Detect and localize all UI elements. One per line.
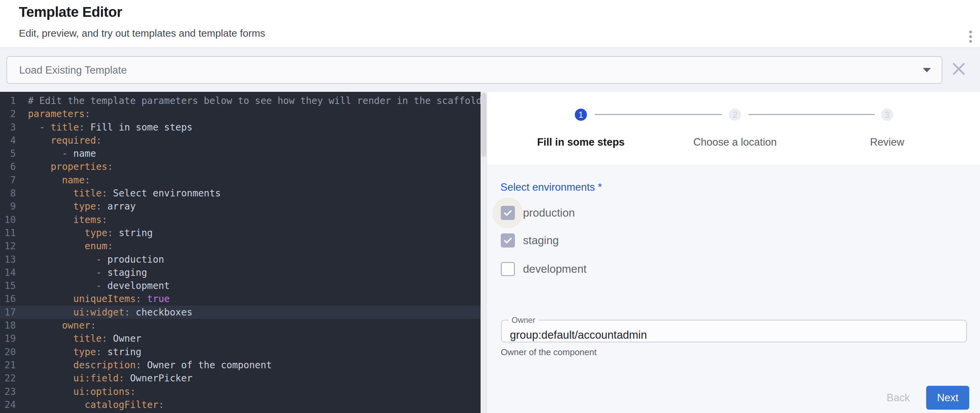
code-line[interactable]: 3 - title: Fill in some steps: [0, 121, 480, 134]
step-3-indicator[interactable]: 3: [881, 109, 893, 121]
template-selector-bar: Load Existing Template: [0, 48, 980, 92]
code-line[interactable]: 24 catalogFilter:: [0, 398, 480, 411]
code-text: properties:: [28, 161, 113, 172]
code-text: owner:: [28, 320, 96, 331]
page-header: Template Editor Edit, preview, and try o…: [0, 0, 980, 48]
line-number: 14: [0, 266, 16, 279]
code-line[interactable]: 23 ui:options:: [0, 385, 480, 398]
checkbox-label-staging[interactable]: staging: [523, 234, 558, 247]
line-number: 15: [0, 279, 16, 292]
line-number: 4: [0, 134, 16, 147]
checkbox-staging[interactable]: [501, 234, 515, 248]
code-line[interactable]: 10 items:: [0, 213, 480, 226]
code-line[interactable]: 21 description: Owner of the component: [0, 359, 480, 372]
line-number: 2: [0, 107, 16, 121]
editor-scrollbar[interactable]: [480, 92, 487, 413]
code-text: items:: [28, 214, 107, 226]
scrollbar-thumb[interactable]: [481, 93, 486, 157]
code-line[interactable]: 8 title: Select environments: [0, 187, 480, 200]
line-number: 17: [0, 306, 16, 319]
code-line[interactable]: 15 - development: [0, 279, 480, 292]
line-number: 7: [0, 173, 16, 187]
code-line[interactable]: 4 required:: [0, 134, 480, 147]
load-template-select[interactable]: Load Existing Template: [6, 56, 942, 84]
line-number: 13: [0, 253, 16, 266]
step-connector-line: [595, 114, 722, 115]
editor-lines: 1# Edit the template parameters below to…: [0, 92, 480, 411]
code-text: uniqueItems: true: [28, 293, 170, 304]
line-number: 24: [0, 398, 16, 411]
step-2-indicator[interactable]: 2: [729, 109, 741, 121]
line-number: 11: [0, 226, 16, 240]
line-number: 23: [0, 385, 16, 398]
owner-field-label: Owner: [509, 316, 538, 324]
template-form-panel: 1Fill in some steps2Choose a location3Re…: [487, 92, 980, 413]
line-number: 19: [0, 332, 16, 345]
step-2-label: Choose a location: [664, 136, 806, 148]
checkbox-label-production[interactable]: production: [523, 206, 575, 219]
code-line[interactable]: 9 type: array: [0, 200, 480, 213]
checkmark-icon: [503, 235, 513, 246]
code-line[interactable]: 20 type: string: [0, 345, 480, 359]
code-text: title: Owner: [28, 333, 142, 344]
code-editor[interactable]: 1# Edit the template parameters below to…: [0, 92, 480, 413]
line-number: 1: [0, 94, 16, 107]
line-number: 3: [0, 121, 16, 134]
code-line[interactable]: 14 - staging: [0, 266, 480, 279]
code-line[interactable]: 22 ui:field: OwnerPicker: [0, 372, 480, 385]
line-number: 22: [0, 372, 16, 385]
page-title: Template Editor: [19, 4, 122, 20]
code-line[interactable]: 17 ui:widget: checkboxes: [0, 306, 480, 319]
line-number: 18: [0, 319, 16, 332]
code-line[interactable]: 5 - name: [0, 147, 480, 160]
line-number: 9: [0, 200, 16, 213]
back-button[interactable]: Back: [878, 386, 919, 410]
next-button[interactable]: Next: [926, 386, 969, 410]
page-subtitle: Edit, preview, and try out templates and…: [19, 28, 265, 39]
line-number: 5: [0, 147, 16, 160]
code-line[interactable]: 13 - production: [0, 253, 480, 266]
checkbox-development[interactable]: [501, 262, 515, 276]
more-options-button[interactable]: [947, 12, 970, 37]
close-icon: [948, 59, 969, 79]
code-text: ui:options:: [28, 386, 135, 397]
line-number: 20: [0, 345, 16, 359]
code-line[interactable]: 16 uniqueItems: true: [0, 292, 480, 305]
line-number: 12: [0, 240, 16, 253]
owner-field-value[interactable]: group:default/accountadmin: [510, 329, 647, 342]
code-text: required:: [28, 135, 102, 146]
code-text: - development: [28, 280, 170, 291]
code-line[interactable]: 6 properties:: [0, 160, 480, 173]
code-text: - staging: [28, 267, 147, 278]
line-number: 16: [0, 292, 16, 305]
code-line[interactable]: 12 enum:: [0, 240, 480, 253]
checkbox-label-development[interactable]: development: [523, 263, 587, 275]
code-text: # Edit the template parameters below to …: [28, 95, 480, 106]
owner-helper-text: Owner of the component: [501, 347, 597, 357]
owner-field[interactable]: Owner group:default/accountadmin: [501, 316, 967, 342]
code-line[interactable]: 18 owner:: [0, 319, 480, 332]
code-text: ui:widget: checkboxes: [28, 307, 192, 318]
code-line[interactable]: 7 name:: [0, 173, 480, 187]
code-text: catalogFilter:: [28, 399, 164, 410]
code-text: type: string: [28, 227, 153, 238]
code-line[interactable]: 1# Edit the template parameters below to…: [0, 94, 480, 107]
code-text: type: string: [28, 346, 142, 357]
line-number: 21: [0, 359, 16, 372]
step-connector-line: [748, 114, 875, 115]
code-text: ui:field: OwnerPicker: [28, 373, 192, 384]
code-text: title: Select environments: [28, 187, 221, 199]
code-text: - name: [28, 148, 96, 159]
step-1-indicator[interactable]: 1: [575, 109, 587, 121]
code-text: - production: [28, 254, 164, 265]
line-number: 8: [0, 187, 16, 200]
load-template-placeholder: Load Existing Template: [19, 64, 127, 76]
code-line[interactable]: 11 type: string: [0, 226, 480, 240]
code-text: - title: Fill in some steps: [28, 122, 192, 133]
code-line[interactable]: 19 title: Owner: [0, 332, 480, 345]
clear-template-button[interactable]: [948, 59, 969, 79]
line-number: 10: [0, 213, 16, 226]
checkbox-production[interactable]: [501, 206, 515, 220]
code-line[interactable]: 2parameters:: [0, 107, 480, 121]
code-text: enum:: [28, 240, 113, 252]
